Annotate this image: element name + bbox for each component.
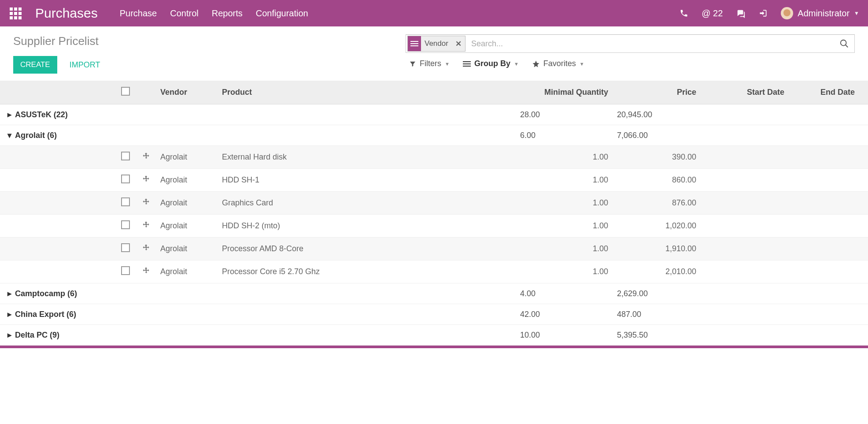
col-product[interactable]: Product	[218, 81, 516, 104]
brand[interactable]: Purchases	[35, 6, 98, 21]
col-end-date[interactable]: End Date	[789, 81, 868, 104]
cell-price: 390.00	[613, 146, 701, 169]
cell-price: 876.00	[613, 192, 701, 215]
phone-icon[interactable]	[680, 9, 688, 18]
row-checkbox[interactable]	[121, 266, 130, 275]
search-icon[interactable]	[837, 39, 852, 48]
group-price: 7,066.00	[613, 125, 701, 146]
nav-left: Purchases Purchase Control Reports Confi…	[4, 0, 308, 26]
row-checkbox[interactable]	[121, 243, 130, 252]
svg-rect-1	[410, 43, 418, 44]
drag-handle-icon[interactable]	[141, 220, 151, 231]
caret-right-icon: ▸	[6, 330, 12, 340]
group-row[interactable]: ▸ASUSTeK (22)28.0020,945.00	[0, 104, 868, 125]
facet-label: Vendor	[421, 39, 452, 48]
create-button[interactable]: CREATE	[13, 56, 57, 74]
import-button[interactable]: IMPORT	[70, 60, 100, 70]
menu-control[interactable]: Control	[170, 8, 198, 19]
group-row[interactable]: ▸Delta PC (9)10.005,395.50	[0, 325, 868, 346]
cell-product: HDD SH-1	[218, 169, 516, 192]
row-checkbox[interactable]	[121, 197, 130, 206]
group-price: 5,395.50	[613, 325, 701, 346]
groupby-menu[interactable]: Group By ▼	[463, 59, 519, 68]
caret-down-icon: ▾	[6, 130, 12, 140]
cell-price: 1,020.00	[613, 215, 701, 238]
drag-handle-icon[interactable]	[141, 197, 151, 208]
table-row[interactable]: AgrolaitHDD SH-11.00860.00	[0, 169, 868, 192]
group-name: ASUSTeK (22)	[15, 110, 68, 119]
drag-handle-icon[interactable]	[141, 243, 151, 253]
table-row[interactable]: AgrolaitExternal Hard disk1.00390.00	[0, 146, 868, 169]
search-facet-vendor: Vendor ✕	[407, 36, 465, 52]
group-price: 20,945.00	[613, 104, 701, 125]
favorites-menu[interactable]: Favorites ▼	[532, 59, 584, 68]
filters-menu[interactable]: Filters ▼	[409, 59, 450, 68]
svg-line-4	[846, 45, 848, 48]
button-row: CREATE IMPORT	[13, 56, 100, 74]
col-min-qty[interactable]: Minimal Quantity	[516, 81, 613, 104]
search-bar[interactable]: Vendor ✕	[406, 34, 855, 53]
control-right: Vendor ✕ Filters ▼ Group By ▼ Favorites	[406, 34, 855, 68]
cell-vendor: Agrolait	[156, 146, 218, 169]
cell-price: 860.00	[613, 169, 701, 192]
col-vendor[interactable]: Vendor	[156, 81, 218, 104]
favorites-label: Favorites	[543, 59, 576, 68]
menu-purchase[interactable]: Purchase	[120, 8, 157, 19]
user-menu[interactable]: Administrator ▼	[781, 7, 859, 19]
drag-handle-icon[interactable]	[141, 174, 151, 185]
caret-down-icon: ▼	[580, 61, 584, 67]
caret-down-icon: ▼	[445, 61, 450, 67]
caret-down-icon: ▼	[854, 10, 859, 16]
col-start-date[interactable]: Start Date	[701, 81, 789, 104]
footer-accent	[0, 346, 868, 348]
group-price: 2,629.00	[613, 283, 701, 304]
row-checkbox[interactable]	[121, 175, 130, 183]
svg-rect-7	[463, 66, 471, 67]
list-view: Vendor Product Minimal Quantity Price St…	[0, 78, 868, 346]
table-row[interactable]: AgrolaitHDD SH-2 (mto)1.001,020.00	[0, 215, 868, 238]
col-price[interactable]: Price	[613, 81, 701, 104]
cell-vendor: Agrolait	[156, 192, 218, 215]
group-row[interactable]: ▸Camptocamp (6)4.002,629.00	[0, 283, 868, 304]
svg-rect-6	[463, 63, 471, 64]
drag-handle-icon[interactable]	[141, 151, 151, 162]
caret-right-icon: ▸	[6, 309, 12, 319]
row-checkbox[interactable]	[121, 152, 130, 160]
group-name: Camptocamp (6)	[15, 289, 77, 298]
cell-qty: 1.00	[516, 215, 613, 238]
chat-icon[interactable]	[736, 8, 746, 18]
messaging-counter[interactable]: @ 22	[702, 8, 723, 19]
cell-qty: 1.00	[516, 260, 613, 283]
group-row[interactable]: ▾Agrolait (6)6.007,066.00	[0, 125, 868, 146]
cell-product: Processor AMD 8-Core	[218, 238, 516, 260]
cell-qty: 1.00	[516, 238, 613, 260]
group-qty: 42.00	[516, 304, 613, 325]
group-name: Delta PC (9)	[15, 331, 59, 339]
table-row[interactable]: AgrolaitProcessor AMD 8-Core1.001,910.00	[0, 238, 868, 260]
cell-vendor: Agrolait	[156, 260, 218, 283]
svg-rect-5	[463, 61, 471, 62]
facet-remove[interactable]: ✕	[452, 39, 465, 48]
page-title: Supplier Pricelist	[13, 34, 100, 48]
apps-icon[interactable]	[4, 0, 26, 26]
navbar: Purchases Purchase Control Reports Confi…	[0, 0, 868, 26]
menu-configuration[interactable]: Configuration	[256, 8, 308, 19]
table-row[interactable]: AgrolaitProcessor Core i5 2.70 Ghz1.002,…	[0, 260, 868, 283]
search-input[interactable]	[467, 39, 837, 48]
cell-qty: 1.00	[516, 192, 613, 215]
select-all-checkbox[interactable]	[121, 87, 130, 96]
group-name: China Export (6)	[15, 310, 76, 319]
row-checkbox[interactable]	[121, 220, 130, 229]
menu-reports[interactable]: Reports	[212, 8, 243, 19]
signout-icon[interactable]	[759, 9, 768, 18]
cell-vendor: Agrolait	[156, 238, 218, 260]
filters-label: Filters	[420, 59, 441, 68]
table-row[interactable]: AgrolaitGraphics Card1.00876.00	[0, 192, 868, 215]
svg-rect-0	[410, 41, 418, 42]
search-tools: Filters ▼ Group By ▼ Favorites ▼	[406, 59, 855, 68]
control-left: Supplier Pricelist CREATE IMPORT	[13, 34, 100, 74]
group-row[interactable]: ▸China Export (6)42.00487.00	[0, 304, 868, 325]
cell-product: Processor Core i5 2.70 Ghz	[218, 260, 516, 283]
drag-handle-icon[interactable]	[141, 266, 151, 276]
user-name: Administrator	[798, 8, 850, 19]
